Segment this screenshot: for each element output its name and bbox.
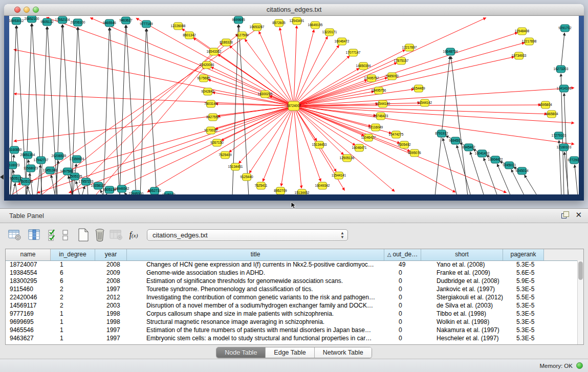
table-cell[interactable]: 18724007 — [6, 260, 51, 269]
table-row[interactable]: 946362711997Embryonic stem cells: a mode… — [6, 334, 577, 342]
table-row[interactable]: 1938455462009Genome-wide association stu… — [6, 269, 577, 277]
table-cell[interactable]: Stergiakouli et al. (2012) — [421, 293, 503, 301]
table-cell[interactable]: 1997 — [95, 326, 127, 334]
table-cell[interactable]: 1 — [51, 260, 95, 269]
table-cell[interactable]: 2 — [51, 285, 95, 293]
tab-node-table[interactable]: Node Table — [216, 347, 266, 358]
table-vertical-scrollbar[interactable] — [577, 260, 583, 344]
table-cell[interactable]: 5.3E-5 — [503, 310, 544, 318]
table-cell[interactable]: 9465546 — [6, 326, 51, 334]
table-cell[interactable]: 1998 — [95, 310, 127, 318]
table-cell[interactable]: Hescheler et al. (1997) — [421, 334, 503, 342]
column-header-out-degree[interactable]: △out_de… — [384, 249, 421, 260]
show-columns-icon[interactable] — [27, 227, 42, 243]
table-cell[interactable]: 5.3E-5 — [503, 334, 544, 342]
network-canvas[interactable]: 1872400718300295106532878572605912750981… — [9, 16, 579, 194]
table-cell[interactable]: 2008 — [95, 260, 127, 269]
table-cell[interactable]: Estimation of the future numbers of pati… — [127, 326, 384, 334]
table-cell[interactable]: 0 — [384, 277, 421, 285]
select-all-icon[interactable] — [46, 227, 61, 243]
unselect-rows-icon[interactable] — [60, 227, 71, 243]
table-cell[interactable]: Estimation of significance thresholds fo… — [127, 277, 384, 285]
table-cell[interactable]: 2012 — [95, 293, 127, 301]
table-cell[interactable]: 5.3E-5 — [503, 326, 544, 334]
table-cell[interactable]: Tibbo et al. (1998) — [421, 310, 503, 318]
table-cell[interactable]: 5.3E-5 — [503, 318, 544, 326]
table-cell[interactable]: Tourette syndrome. Phenomenology and cla… — [127, 285, 384, 293]
window-titlebar[interactable]: citations_edges.txt — [4, 4, 584, 16]
table-cell[interactable]: Embryonic stem cells: a model to study s… — [127, 334, 384, 342]
close-panel-icon[interactable]: ✕ — [575, 211, 582, 218]
table-cell[interactable]: 1 — [51, 326, 95, 334]
function-builder-icon[interactable]: f(x) — [126, 227, 141, 243]
table-cell[interactable]: 0 — [384, 326, 421, 334]
table-cell[interactable]: Disruption of a novel member of a sodium… — [127, 301, 384, 310]
table-cell[interactable]: 22420046 — [6, 293, 51, 301]
column-header-in-degree[interactable]: in_degree — [51, 249, 95, 260]
table-row[interactable]: 1456911722003Disruption of a novel membe… — [6, 301, 577, 310]
table-cell[interactable]: 1997 — [95, 285, 127, 293]
table-row[interactable]: 969969511998Structural magnetic resonanc… — [6, 318, 577, 326]
table-cell[interactable]: Nakamura et al. (1997) — [421, 326, 503, 334]
table-cell[interactable]: 1 — [51, 334, 95, 342]
table-cell[interactable]: 14569117 — [6, 301, 51, 310]
table-cell[interactable]: 9115460 — [6, 285, 51, 293]
table-cell[interactable]: Franke et al. (2009) — [421, 269, 503, 277]
column-header-year[interactable]: year — [95, 249, 127, 260]
table-cell[interactable]: 5.6E-5 — [503, 269, 544, 277]
new-table-icon[interactable] — [76, 227, 91, 243]
table-cell[interactable]: Investigating the contribution of common… — [127, 293, 384, 301]
table-cell[interactable]: Dudbridge et al. (2008) — [421, 277, 503, 285]
table-cell[interactable]: 5.3E-5 — [503, 301, 544, 310]
table-cell[interactable]: 19384554 — [6, 269, 51, 277]
table-cell[interactable]: 1998 — [95, 318, 127, 326]
scrollbar-thumb[interactable] — [578, 261, 583, 280]
table-row[interactable]: 1830029562008Estimation of significance … — [6, 277, 577, 285]
table-cell[interactable]: 0 — [384, 310, 421, 318]
table-cell[interactable]: 6 — [51, 277, 95, 285]
table-cell[interactable]: 5.9E-5 — [503, 277, 544, 285]
table-cell[interactable]: Corpus callosum shape and size in male p… — [127, 310, 384, 318]
table-row[interactable]: 1872400712008Changes of HCN gene express… — [6, 260, 577, 269]
tab-edge-table[interactable]: Edge Table — [266, 347, 314, 358]
table-cell[interactable]: 0 — [384, 269, 421, 277]
table-cell[interactable]: 6 — [51, 269, 95, 277]
splitter-collapse-icon[interactable] — [0, 174, 4, 180]
table-row[interactable]: 977716911998Corpus callosum shape and si… — [6, 310, 577, 318]
table-cell[interactable]: 49 — [384, 260, 421, 269]
table-cell[interactable]: Genome-wide association studies in ADHD. — [127, 269, 384, 277]
table-cell[interactable]: 2 — [51, 293, 95, 301]
table-row[interactable]: 911546021997Tourette syndrome. Phenomeno… — [6, 285, 577, 293]
column-header-pagerank[interactable]: pagerank — [503, 249, 544, 260]
column-header-short[interactable]: short — [421, 249, 503, 260]
table-cell[interactable]: 0 — [384, 334, 421, 342]
table-row[interactable]: 2242004622012Investigating the contribut… — [6, 293, 577, 301]
column-header-name[interactable]: name — [6, 249, 51, 260]
table-cell[interactable]: 2 — [51, 301, 95, 310]
table-cell[interactable]: 5.3E-5 — [503, 260, 544, 269]
delete-table-icon[interactable] — [92, 227, 107, 243]
table-cell[interactable]: Wolkin et al. (1998) — [421, 318, 503, 326]
table-cell[interactable]: 0 — [384, 293, 421, 301]
table-cell[interactable]: 9777169 — [6, 310, 51, 318]
table-cell[interactable]: 0 — [384, 318, 421, 326]
table-cell[interactable]: 9463627 — [6, 334, 51, 342]
table-cell[interactable]: 0 — [384, 285, 421, 293]
table-cell[interactable]: 9699695 — [6, 318, 51, 326]
table-source-select[interactable]: citations_edges.txt ▲▼ — [147, 229, 348, 241]
table-cell[interactable]: Yano et al. (2008) — [421, 260, 503, 269]
table-cell[interactable]: de Silva et al. (2003) — [421, 301, 503, 310]
column-header-title[interactable]: title — [127, 249, 384, 260]
table-cell[interactable]: Structural magnetic resonance image aver… — [127, 318, 384, 326]
table-cell[interactable]: Changes of HCN gene expression and I(f) … — [127, 260, 384, 269]
table-cell[interactable]: 2009 — [95, 269, 127, 277]
table-cell[interactable]: 18300295 — [6, 277, 51, 285]
table-cell[interactable]: 1997 — [95, 334, 127, 342]
table-settings-icon[interactable] — [7, 227, 23, 243]
tab-network-table[interactable]: Network Table — [315, 347, 372, 358]
float-panel-icon[interactable] — [561, 211, 569, 218]
table-cell[interactable]: 2008 — [95, 277, 127, 285]
table-row[interactable]: 946554611997Estimation of the future num… — [6, 326, 577, 334]
table-cell[interactable]: 1 — [51, 310, 95, 318]
table-cell[interactable]: 0 — [384, 301, 421, 310]
